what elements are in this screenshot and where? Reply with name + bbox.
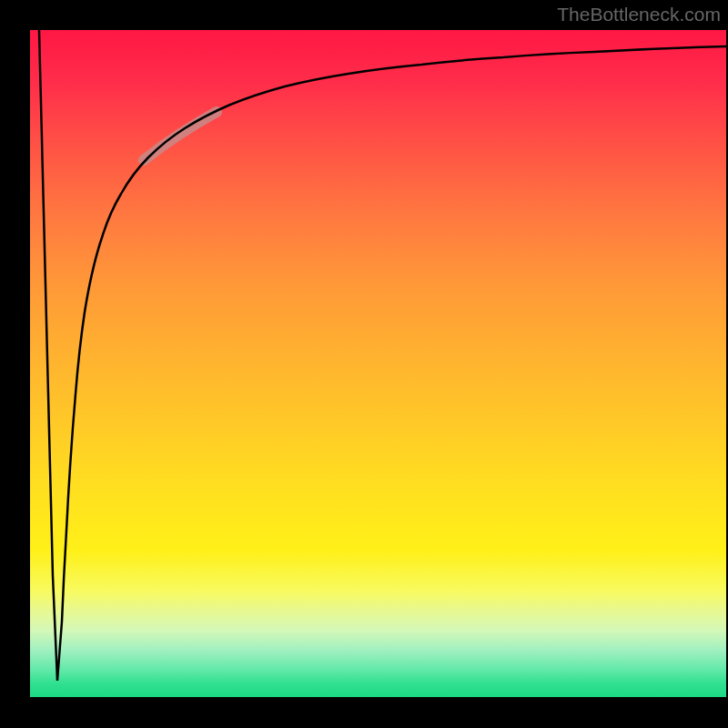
watermark-text: TheBottleneck.com [557, 4, 721, 25]
highlight-segment [144, 112, 217, 160]
chart-svg [30, 30, 726, 697]
plot-area [30, 30, 726, 697]
main-curve [39, 30, 726, 681]
